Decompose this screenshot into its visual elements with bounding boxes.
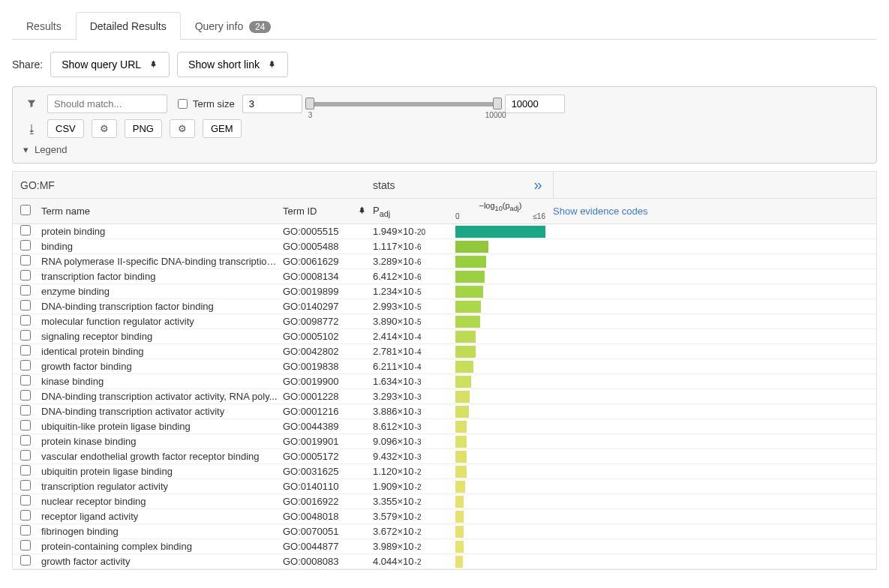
header-term-id[interactable]: Term ID	[283, 206, 373, 217]
term-name-cell: growth factor activity	[38, 556, 283, 567]
term-size-checkbox-label[interactable]: Term size	[175, 97, 235, 111]
pin-icon[interactable]	[357, 206, 367, 216]
row-checkbox[interactable]	[20, 555, 31, 566]
row-checkbox[interactable]	[20, 405, 31, 416]
collapse-stats-icon[interactable]: »	[523, 176, 553, 194]
term-size-min-input[interactable]	[242, 94, 302, 113]
term-size-checkbox[interactable]	[178, 99, 188, 109]
select-all-checkbox[interactable]	[20, 205, 31, 215]
row-checkbox[interactable]	[20, 285, 31, 296]
row-checkbox[interactable]	[20, 360, 31, 370]
row-checkbox[interactable]	[20, 240, 31, 250]
table-row[interactable]: ubiquitin-like protein ligase bindingGO:…	[13, 419, 876, 434]
term-size-slider[interactable]: 3 10000	[310, 102, 497, 106]
row-checkbox[interactable]	[20, 300, 31, 310]
row-checkbox[interactable]	[20, 375, 31, 386]
table-row[interactable]: vascular endothelial growth factor recep…	[13, 449, 876, 464]
table-row[interactable]: protein kinase bindingGO:00199019.096×10…	[13, 434, 876, 449]
table-body: protein bindingGO:00055151.949×10-20bind…	[13, 224, 876, 569]
axis-tick-0: 0	[455, 212, 460, 220]
term-id-cell: GO:0019899	[283, 286, 373, 297]
table-row[interactable]: receptor ligand activityGO:00480183.579×…	[13, 509, 876, 524]
show-short-link-button[interactable]: Show short link	[177, 52, 288, 77]
tab-detailed-results[interactable]: Detailed Results	[76, 12, 181, 40]
show-evidence-codes-link[interactable]: Show evidence codes	[545, 206, 876, 217]
header-term-id-label: Term ID	[283, 206, 317, 217]
padj-cell: 3.890×10-5	[373, 316, 455, 327]
filter-icon	[23, 98, 40, 110]
row-checkbox[interactable]	[20, 255, 31, 266]
bar-cell	[455, 225, 545, 238]
table-row[interactable]: DNA-binding transcription factor binding…	[13, 299, 876, 314]
term-id-cell: GO:0070051	[283, 526, 373, 537]
legend-toggle[interactable]: Legend	[23, 144, 866, 155]
tab-query-info-label: Query info	[195, 20, 244, 32]
bar-cell	[455, 480, 545, 494]
table-row[interactable]: enzyme bindingGO:00198991.234×10-5	[13, 284, 876, 299]
row-checkbox[interactable]	[20, 435, 31, 446]
table-row[interactable]: fibrinogen bindingGO:00700513.672×10-2	[13, 524, 876, 539]
padj-cell: 9.432×10-3	[373, 451, 455, 462]
row-checkbox[interactable]	[20, 420, 31, 430]
bar-cell	[455, 360, 545, 374]
row-checkbox[interactable]	[20, 345, 31, 356]
table-row[interactable]: transcription factor bindingGO:00081346.…	[13, 269, 876, 284]
header-padj[interactable]: Padj	[373, 205, 455, 218]
slider-handle-max[interactable]	[493, 98, 502, 110]
table-row[interactable]: kinase bindingGO:00199001.634×10-3	[13, 374, 876, 389]
header-go-mf: GO:MF	[13, 179, 373, 191]
term-id-cell: GO:0008083	[283, 556, 373, 567]
term-name-cell: protein-containing complex binding	[38, 541, 283, 552]
bar-cell	[455, 495, 545, 508]
row-checkbox[interactable]	[20, 510, 31, 520]
table-row[interactable]: protein bindingGO:00055151.949×10-20	[13, 224, 876, 239]
match-filter-input[interactable]	[47, 94, 167, 113]
bar-cell	[455, 420, 545, 434]
term-size-max-input[interactable]	[505, 94, 565, 113]
row-checkbox[interactable]	[20, 225, 31, 236]
table-row[interactable]: growth factor activityGO:00080834.044×10…	[13, 554, 876, 569]
table-row[interactable]: DNA-binding transcription activator acti…	[13, 389, 876, 404]
table-row[interactable]: ubiquitin protein ligase bindingGO:00316…	[13, 464, 876, 479]
row-checkbox[interactable]	[20, 450, 31, 460]
export-png-button[interactable]: PNG	[125, 119, 162, 138]
tab-bar: Results Detailed Results Query info 24	[12, 12, 877, 40]
table-row[interactable]: protein-containing complex bindingGO:004…	[13, 539, 876, 554]
row-checkbox[interactable]	[20, 480, 31, 490]
show-query-url-button[interactable]: Show query URL	[50, 52, 170, 77]
bar-cell	[455, 330, 545, 344]
row-checkbox[interactable]	[20, 540, 31, 550]
tab-results[interactable]: Results	[12, 12, 76, 40]
export-csv-button[interactable]: CSV	[47, 119, 84, 138]
table-row[interactable]: signaling receptor bindingGO:00051022.41…	[13, 329, 876, 344]
export-gem-button[interactable]: GEM	[203, 119, 242, 138]
term-id-cell: GO:0048018	[283, 511, 373, 522]
slider-handle-min[interactable]	[305, 98, 314, 110]
csv-settings-button[interactable]	[92, 119, 117, 138]
row-checkbox[interactable]	[20, 495, 31, 506]
table-row[interactable]: DNA-binding transcription activator acti…	[13, 404, 876, 419]
header-term-name[interactable]: Term name	[38, 206, 283, 217]
table-row[interactable]: transcription regulator activityGO:01401…	[13, 479, 876, 494]
row-checkbox[interactable]	[20, 315, 31, 326]
pin-icon	[149, 60, 158, 70]
table-row[interactable]: nuclear receptor bindingGO:00169223.355×…	[13, 494, 876, 509]
padj-cell: 3.672×10-2	[373, 526, 455, 537]
row-checkbox[interactable]	[20, 270, 31, 280]
bar-cell	[455, 315, 545, 328]
row-checkbox[interactable]	[20, 525, 31, 536]
png-settings-button[interactable]	[170, 119, 195, 138]
row-checkbox[interactable]	[20, 330, 31, 340]
bar-cell	[455, 510, 545, 524]
row-checkbox[interactable]	[20, 465, 31, 476]
table-row[interactable]: RNA polymerase II-specific DNA-binding t…	[13, 254, 876, 269]
row-checkbox[interactable]	[20, 390, 31, 400]
axis-tick-16: ≤16	[533, 212, 545, 220]
table-row[interactable]: growth factor bindingGO:00198386.211×10-…	[13, 359, 876, 374]
padj-cell: 4.044×10-2	[373, 556, 455, 567]
padj-cell: 6.211×10-4	[373, 361, 455, 372]
tab-query-info[interactable]: Query info 24	[181, 12, 286, 40]
table-row[interactable]: identical protein bindingGO:00428022.781…	[13, 344, 876, 359]
table-row[interactable]: bindingGO:00054881.117×10-6	[13, 239, 876, 254]
table-row[interactable]: molecular function regulator activityGO:…	[13, 314, 876, 329]
